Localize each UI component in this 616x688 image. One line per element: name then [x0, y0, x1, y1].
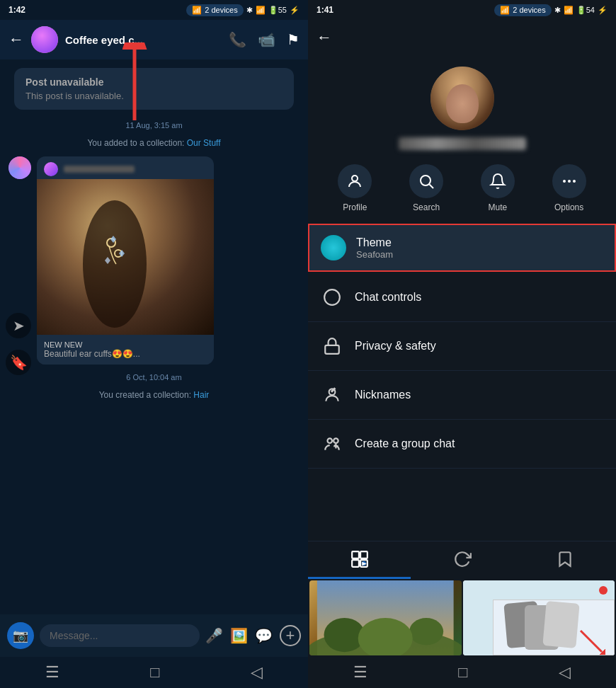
options-action[interactable]: Options	[552, 164, 586, 212]
chat-content: Post unavailable This post is unavailabl…	[0, 59, 308, 614]
right-battery-icon: 🔋54	[576, 6, 595, 15]
product-name-blurred	[64, 166, 135, 173]
camera-button[interactable]: 📷	[7, 622, 34, 649]
camera-icon: 📷	[13, 628, 28, 643]
privacy-safety-label: Privacy & safety	[355, 340, 436, 352]
sticker-icon[interactable]: 💬	[255, 627, 273, 644]
svg-marker-26	[363, 563, 365, 564]
svg-point-9	[421, 176, 430, 185]
search-action-icon	[409, 164, 443, 198]
profile-avatar-image	[430, 67, 494, 130]
image-icon[interactable]: 🖼️	[230, 627, 248, 644]
menu-item-create-group[interactable]: Create a group chat	[308, 420, 616, 469]
wifi-icon: 📶	[192, 6, 202, 15]
search-action[interactable]: Search	[409, 164, 443, 212]
chat-name: Coffee eyed c...	[65, 34, 222, 46]
product-image	[37, 179, 214, 335]
message-row: NEW NEW Beautiful ear cuffs😍😍...	[8, 156, 300, 365]
video-icon[interactable]: 📹	[258, 31, 275, 48]
menu-item-chat-controls[interactable]: Chat controls	[308, 273, 616, 322]
svg-line-10	[430, 185, 434, 189]
right-time: 1:41	[316, 5, 333, 15]
left-actions: ➤ 🔖	[6, 313, 31, 375]
svg-point-2	[83, 200, 147, 328]
media-screenshot-image	[463, 580, 615, 655]
timestamp-2: 6 Oct, 10:04 am	[8, 373, 300, 382]
message-avatar	[8, 156, 31, 179]
svg-point-11	[563, 180, 566, 183]
right-nav-back-icon[interactable]: ◁	[559, 663, 571, 682]
nicknames-icon	[319, 382, 345, 408]
quick-actions: Profile Search Mute Opt	[308, 159, 616, 224]
create-group-icon	[319, 431, 345, 457]
right-nav-bar: ☰ □ ◁	[308, 657, 616, 688]
right-signal-icon: 📶	[564, 6, 574, 15]
media-item-landscape[interactable]	[309, 580, 462, 655]
menu-item-privacy-safety[interactable]: Privacy & safety	[308, 322, 616, 371]
chat-header: ← Coffee eyed c... 📞 📹 ⚑	[0, 20, 308, 59]
unavailable-text: This post is unavailable.	[25, 91, 283, 101]
collection-link-2[interactable]: Hair	[193, 390, 209, 400]
nav-menu-icon[interactable]: ☰	[45, 663, 59, 682]
tab-media[interactable]	[308, 541, 411, 579]
header-icons: 📞 📹 ⚑	[229, 31, 300, 48]
timestamp-1: 11 Aug, 3:15 am	[8, 121, 300, 130]
bottom-icons: 🎤 🖼️ 💬 +	[205, 625, 301, 646]
back-button[interactable]: ←	[8, 30, 24, 49]
nav-home-icon[interactable]: □	[150, 663, 159, 682]
product-avatar	[44, 162, 58, 176]
message-input[interactable]: Message...	[40, 624, 200, 647]
profile-name-blurred	[399, 137, 526, 150]
theme-item[interactable]: Theme Seafoam	[308, 224, 616, 272]
left-nav-bar: ☰ □ ◁	[0, 657, 308, 688]
right-status-icons: 📶 2 devices ✱ 📶 🔋54 ⚡	[494, 4, 608, 16]
save-icon[interactable]: 🔖	[6, 350, 31, 375]
create-group-label: Create a group chat	[355, 437, 455, 450]
profile-section	[308, 55, 616, 159]
options-action-label: Options	[554, 202, 583, 212]
bluetooth-icon: ✱	[246, 6, 253, 15]
share-icon[interactable]: ➤	[6, 313, 31, 338]
profile-action-icon	[338, 164, 372, 198]
privacy-safety-icon	[319, 333, 345, 359]
add-button[interactable]: +	[280, 625, 301, 646]
product-name-row	[37, 156, 214, 179]
message-avatar-img	[8, 156, 31, 179]
phone-icon[interactable]: 📞	[229, 31, 246, 48]
options-action-icon	[552, 164, 586, 198]
mic-icon[interactable]: 🎤	[205, 627, 223, 644]
collection-link-1[interactable]: Our Stuff	[187, 138, 221, 148]
tab-refresh[interactable]	[411, 541, 513, 579]
left-status-bar: 1:42 📶 2 devices ✱ 📶 🔋55 ⚡	[0, 0, 308, 20]
profile-action[interactable]: Profile	[338, 164, 372, 212]
left-device-pill: 📶 2 devices	[186, 4, 243, 16]
charge-icon: ⚡	[290, 6, 300, 15]
red-dot	[599, 586, 608, 595]
right-nav-menu-icon[interactable]: ☰	[353, 663, 367, 682]
right-bluetooth-icon: ✱	[554, 6, 561, 15]
media-item-screenshot[interactable]	[463, 580, 615, 655]
flag-icon[interactable]: ⚑	[287, 31, 300, 48]
svg-rect-22	[360, 551, 367, 558]
right-panel: 1:41 📶 2 devices ✱ 📶 🔋54 ⚡ ←	[308, 0, 616, 688]
collection-text-1: You added to a collection: Our Stuff	[8, 138, 300, 148]
right-bottom-tabs	[308, 541, 616, 579]
mute-action-label: Mute	[489, 202, 508, 212]
tab-saved[interactable]	[513, 541, 616, 579]
menu-item-nicknames[interactable]: Nicknames	[308, 371, 616, 420]
svg-rect-15	[325, 345, 339, 354]
svg-point-13	[573, 180, 576, 183]
right-back-button[interactable]: ←	[316, 28, 332, 47]
mute-action[interactable]: Mute	[481, 164, 515, 212]
search-action-label: Search	[413, 202, 440, 212]
right-status-bar: 1:41 📶 2 devices ✱ 📶 🔋54 ⚡	[308, 0, 616, 20]
chat-controls-label: Chat controls	[355, 291, 421, 304]
svg-rect-21	[352, 551, 359, 558]
nav-back-icon[interactable]: ◁	[251, 663, 263, 682]
unavailable-post: Post unavailable This post is unavailabl…	[14, 68, 294, 110]
right-nav-home-icon[interactable]: □	[458, 663, 467, 682]
profile-avatar	[430, 67, 494, 130]
nicknames-label: Nicknames	[355, 389, 411, 401]
menu-list: Theme Seafoam Chat controls Privacy & sa…	[308, 224, 616, 541]
svg-point-18	[333, 438, 338, 443]
